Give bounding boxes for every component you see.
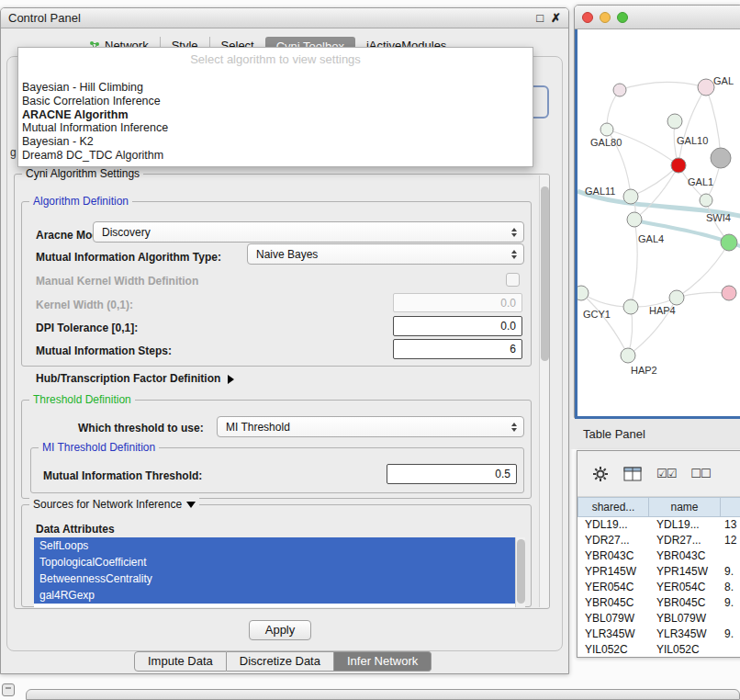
algorithm-option[interactable]: Bayesian - K2	[18, 135, 533, 149]
table-toolbar: ☑☑ ☐☐	[577, 451, 740, 497]
table-row[interactable]: YPR145WYPR145W9.	[577, 564, 740, 580]
table-cell: YBR045C	[649, 595, 721, 611]
aracne-mode-select[interactable]: Discovery	[93, 221, 524, 243]
network-node-label: GAL1	[688, 176, 713, 187]
aracne-mode-value: Discovery	[102, 226, 151, 239]
table-row[interactable]: YIL052CYIL052C	[577, 642, 740, 658]
collapse-arrow-icon	[186, 502, 196, 508]
which-threshold-select[interactable]: MI Threshold	[217, 416, 524, 437]
table-row[interactable]: YBR045CYBR045C9.	[577, 595, 740, 611]
combo-arrows-icon	[511, 423, 517, 432]
network-node[interactable]	[577, 286, 589, 300]
algorithm-option[interactable]: Mutual Information Inference	[18, 121, 533, 135]
table-cell: YDR27...	[577, 533, 649, 548]
network-view-window: GALGAL80GAL10GAL11GAL1SWI4GAL4GCY1HAP4HA…	[574, 5, 740, 418]
table-cell: YDL19...	[577, 517, 649, 533]
table-header-cell[interactable]	[721, 497, 740, 517]
algorithm-option[interactable]: ARACNE Algorithm	[18, 108, 533, 122]
minimized-panel-icon[interactable]	[2, 683, 15, 696]
network-node[interactable]	[623, 189, 638, 204]
network-edge	[706, 87, 721, 158]
table-row[interactable]: YLR345WYLR345W9.	[577, 627, 740, 642]
mi-threshold-input[interactable]	[387, 464, 517, 484]
network-node[interactable]	[669, 290, 684, 305]
network-node[interactable]	[671, 158, 686, 173]
dpi-tolerance-input[interactable]	[393, 316, 522, 336]
network-node[interactable]	[623, 299, 638, 314]
control-panel-titlebar[interactable]: Control Panel □ ✗	[1, 8, 568, 28]
kernel-width-label: Kernel Width (0,1):	[36, 299, 133, 311]
table-cell: 13	[721, 517, 740, 533]
attribute-list-item[interactable]: BetweennessCentrality	[34, 570, 515, 587]
attributes-scrollbar[interactable]	[515, 537, 525, 607]
table-row[interactable]: YDL19...YDL19...13	[577, 517, 740, 533]
hub-section-toggle[interactable]: Hub/Transcription Factor Definition	[36, 372, 234, 385]
network-node[interactable]	[600, 123, 613, 136]
select-none-icon[interactable]: ☐☐	[690, 468, 710, 480]
table-row[interactable]: YDR27...YDR27...12	[577, 533, 740, 548]
background-window-edge[interactable]	[26, 689, 740, 700]
settings-scrollbar-thumb[interactable]	[541, 186, 549, 361]
data-attributes-list[interactable]: SelfLoopsTopologicalCoefficientBetweenne…	[34, 537, 515, 607]
close-panel-icon[interactable]: ✗	[551, 12, 561, 24]
dpi-tolerance-label: DPI Tolerance [0,1]:	[36, 322, 138, 334]
network-node[interactable]	[721, 234, 737, 251]
mi-type-select[interactable]: Naive Bayes	[247, 243, 524, 265]
settings-scrollbar[interactable]	[539, 175, 549, 607]
threshold-definition-title: Threshold Definition	[29, 393, 135, 406]
float-panel-icon[interactable]: □	[536, 12, 544, 24]
sources-group-title[interactable]: Sources for Network Inference	[29, 498, 199, 511]
network-node[interactable]	[613, 84, 626, 96]
mi-type-value: Naive Bayes	[256, 248, 318, 261]
network-node-label: GCY1	[583, 309, 611, 320]
sources-title-text: Sources for Network Inference	[33, 498, 182, 511]
table-cell: YER054C	[577, 580, 649, 595]
table-cell: YPR145W	[649, 564, 721, 580]
hub-section-label: Hub/Transcription Factor Definition	[36, 372, 220, 385]
zoom-button[interactable]	[617, 12, 628, 23]
select-all-icon[interactable]: ☑☑	[656, 468, 676, 480]
table-cell: YER054C	[649, 580, 721, 595]
algorithm-option[interactable]: Basic Correlation Inference	[18, 95, 533, 108]
combo-arrows-icon	[511, 250, 517, 259]
network-node[interactable]	[667, 114, 682, 129]
table-cell: YIL052C	[649, 642, 721, 658]
table-panel-title: Table Panel	[583, 427, 645, 441]
network-node[interactable]	[627, 212, 642, 227]
network-node[interactable]	[698, 79, 714, 96]
network-node[interactable]	[711, 148, 731, 168]
minimize-button[interactable]	[600, 12, 611, 23]
network-node[interactable]	[722, 286, 736, 300]
attribute-list-item[interactable]: TopologicalCoefficient	[34, 554, 515, 570]
attribute-list-item[interactable]: SelfLoops	[34, 537, 515, 554]
manual-kernel-checkbox	[506, 273, 520, 287]
table-row[interactable]: YBL079WYBL079W	[577, 611, 740, 627]
table-row[interactable]: YER054CYER054C8.	[577, 580, 740, 595]
window-controls	[582, 12, 628, 23]
table-cell: 9.	[721, 564, 740, 580]
tab-impute-data[interactable]: Impute Data	[134, 651, 227, 672]
algorithm-option[interactable]: Dream8 DC_TDC Algorithm	[18, 149, 533, 163]
columns-icon[interactable]	[623, 467, 642, 481]
attribute-list-item[interactable]: gal4RGexp	[34, 587, 515, 604]
table-header-cell[interactable]: shared...	[577, 497, 649, 517]
network-node[interactable]	[621, 348, 635, 363]
tab-infer-network[interactable]: Infer Network	[334, 651, 432, 672]
mi-steps-label: Mutual Information Steps:	[36, 344, 172, 357]
network-canvas[interactable]: GALGAL80GAL10GAL11GAL1SWI4GAL4GCY1HAP4HA…	[575, 29, 740, 419]
network-node-label: GAL11	[585, 186, 615, 197]
apply-button[interactable]: Apply	[249, 620, 311, 640]
mi-steps-input[interactable]	[393, 339, 522, 359]
table-header-cell[interactable]: name	[649, 497, 721, 517]
close-button[interactable]	[582, 12, 593, 23]
table-row[interactable]: YBR043CYBR043C	[577, 548, 740, 564]
algorithm-definition-title: Algorithm Definition	[29, 195, 132, 208]
network-node[interactable]	[700, 194, 712, 207]
network-window-titlebar[interactable]	[575, 6, 740, 29]
gear-icon[interactable]	[592, 466, 609, 482]
algorithm-option[interactable]: Bayesian - Hill Climbing	[18, 81, 533, 95]
tab-discretize-data[interactable]: Discretize Data	[227, 651, 334, 672]
table-panel-titlebar[interactable]: Table Panel	[570, 419, 740, 449]
attributes-scrollbar-thumb[interactable]	[517, 539, 525, 604]
table-cell: YLR345W	[577, 627, 649, 642]
